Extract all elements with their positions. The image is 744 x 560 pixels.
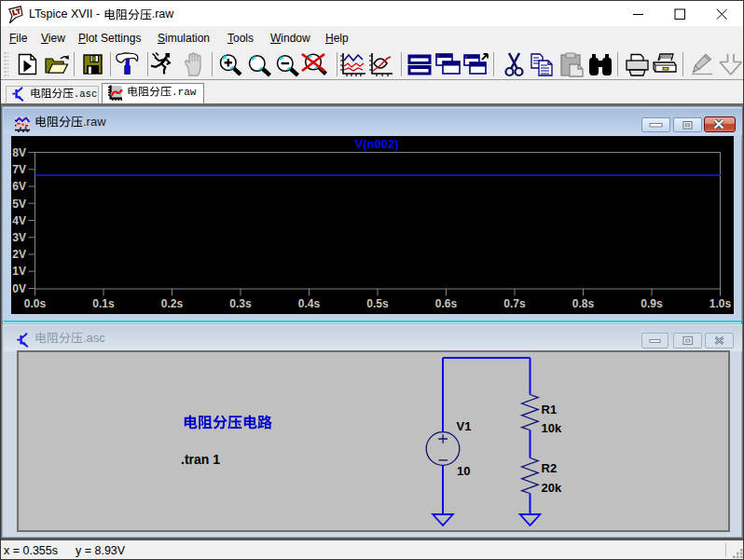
svg-text:.tran 1: .tran 1 xyxy=(181,452,220,467)
svg-text:0.7s: 0.7s xyxy=(503,297,526,310)
svg-text:10k: 10k xyxy=(542,421,562,435)
svg-text:0.5s: 0.5s xyxy=(366,297,389,310)
svg-text:0.6s: 0.6s xyxy=(435,297,458,310)
svg-text:0.3s: 0.3s xyxy=(229,297,252,310)
svg-text:5V: 5V xyxy=(12,198,26,211)
svg-text:0.4s: 0.4s xyxy=(298,297,321,310)
svg-text:0.2s: 0.2s xyxy=(161,297,184,310)
svg-text:0.0s: 0.0s xyxy=(24,297,47,310)
svg-text:3V: 3V xyxy=(12,231,26,244)
svg-text:8V: 8V xyxy=(12,146,26,159)
svg-text:0.9s: 0.9s xyxy=(641,297,663,310)
svg-text:0.8s: 0.8s xyxy=(572,297,595,310)
svg-text:0.1s: 0.1s xyxy=(92,297,115,310)
svg-text:R1: R1 xyxy=(542,403,558,417)
svg-text:V1: V1 xyxy=(457,419,472,433)
svg-text:1V: 1V xyxy=(12,265,26,278)
svg-text:R2: R2 xyxy=(542,461,558,475)
svg-text:2V: 2V xyxy=(12,248,26,261)
svg-text:V(n002): V(n002) xyxy=(355,137,399,151)
svg-text:7V: 7V xyxy=(12,163,26,176)
svg-text:6V: 6V xyxy=(12,180,26,193)
svg-text:10: 10 xyxy=(457,464,470,478)
svg-text:4V: 4V xyxy=(12,214,26,227)
svg-text:20k: 20k xyxy=(542,481,562,495)
svg-text:0V: 0V xyxy=(12,282,26,295)
svg-text:1.0s: 1.0s xyxy=(710,297,732,310)
